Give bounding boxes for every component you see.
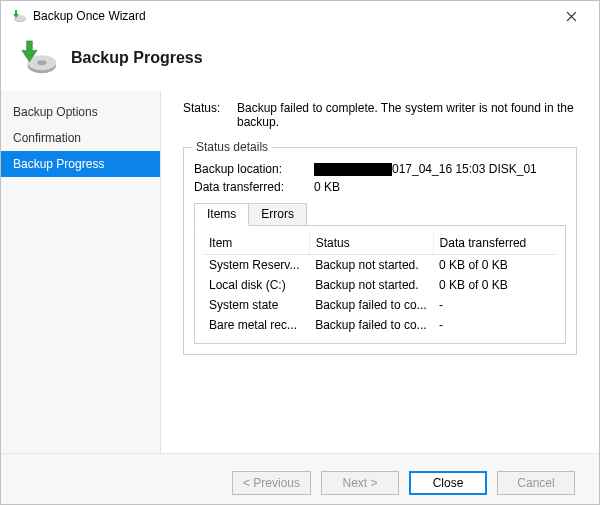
wizard-header: Backup Progress <box>1 31 599 91</box>
cell-data: 0 KB of 0 KB <box>433 275 557 295</box>
window-title: Backup Once Wizard <box>33 9 551 23</box>
content-pane: Status: Backup failed to complete. The s… <box>161 91 599 453</box>
cell-status: Backup failed to co... <box>309 315 433 335</box>
cell-item: Local disk (C:) <box>203 275 309 295</box>
close-icon <box>566 11 577 22</box>
tab-items[interactable]: Items <box>194 203 249 226</box>
status-label: Status: <box>183 101 237 129</box>
tab-panel-items: Item Status Data transferred System Rese… <box>194 225 566 344</box>
previous-button: < Previous <box>232 471 311 495</box>
status-line: Status: Backup failed to complete. The s… <box>183 101 577 129</box>
close-window-button[interactable] <box>551 2 591 30</box>
sidebar-item-backup-progress[interactable]: Backup Progress <box>1 151 160 177</box>
table-row[interactable]: System state Backup failed to co... - <box>203 295 557 315</box>
cell-status: Backup failed to co... <box>309 295 433 315</box>
status-details-group: Status details Backup location: 017_04_1… <box>183 147 577 355</box>
close-button[interactable]: Close <box>409 471 487 495</box>
wizard-footer: < Previous Next > Close Cancel <box>1 453 599 505</box>
col-item[interactable]: Item <box>203 232 309 255</box>
table-row[interactable]: Local disk (C:) Backup not started. 0 KB… <box>203 275 557 295</box>
data-transferred-label: Data transferred: <box>194 180 314 194</box>
cell-data: - <box>433 315 557 335</box>
backup-icon <box>19 39 57 77</box>
cancel-button: Cancel <box>497 471 575 495</box>
backup-location-row: Backup location: 017_04_16 15:03 DISK_01 <box>194 162 566 176</box>
sidebar-item-backup-options[interactable]: Backup Options <box>1 99 160 125</box>
wizard-sidebar: Backup Options Confirmation Backup Progr… <box>1 91 161 453</box>
next-button: Next > <box>321 471 399 495</box>
table-header-row: Item Status Data transferred <box>203 232 557 255</box>
tabs: Items Errors <box>194 202 566 225</box>
tab-errors[interactable]: Errors <box>248 203 307 226</box>
cell-data: - <box>433 295 557 315</box>
titlebar: Backup Once Wizard <box>1 1 599 31</box>
table-row[interactable]: Bare metal rec... Backup failed to co...… <box>203 315 557 335</box>
status-message: Backup failed to complete. The system wr… <box>237 101 577 129</box>
data-transferred-row: Data transferred: 0 KB <box>194 180 566 194</box>
cell-status: Backup not started. <box>309 275 433 295</box>
cell-item: Bare metal rec... <box>203 315 309 335</box>
group-legend: Status details <box>192 140 272 154</box>
backup-location-value: 017_04_16 15:03 DISK_01 <box>314 162 566 176</box>
page-heading: Backup Progress <box>71 49 203 67</box>
items-table: Item Status Data transferred System Rese… <box>203 232 557 335</box>
col-status[interactable]: Status <box>309 232 433 255</box>
cell-data: 0 KB of 0 KB <box>433 255 557 276</box>
cell-item: System Reserv... <box>203 255 309 276</box>
sidebar-item-confirmation[interactable]: Confirmation <box>1 125 160 151</box>
svg-point-4 <box>37 60 47 65</box>
cell-status: Backup not started. <box>309 255 433 276</box>
cell-item: System state <box>203 295 309 315</box>
app-icon <box>11 8 27 24</box>
backup-location-suffix: 017_04_16 15:03 DISK_01 <box>392 162 537 176</box>
col-data-transferred[interactable]: Data transferred <box>433 232 557 255</box>
redacted-segment <box>314 163 392 176</box>
backup-location-label: Backup location: <box>194 162 314 176</box>
data-transferred-value: 0 KB <box>314 180 566 194</box>
table-row[interactable]: System Reserv... Backup not started. 0 K… <box>203 255 557 276</box>
